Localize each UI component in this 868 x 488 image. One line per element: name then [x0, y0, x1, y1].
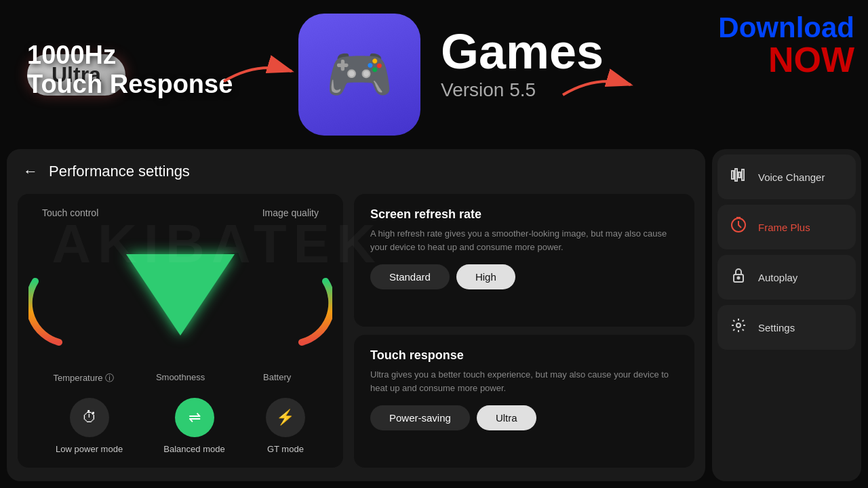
right-arc-dial — [271, 241, 332, 349]
gt-mode-button[interactable]: ⚡ GT mode — [266, 398, 305, 454]
svg-rect-5 — [742, 169, 744, 180]
svg-rect-2 — [732, 171, 734, 179]
download-label: Download — [718, 14, 854, 42]
back-button[interactable]: ← — [23, 163, 38, 180]
ultra-button[interactable]: Ultra — [477, 405, 536, 430]
screen-refresh-block: Screen refresh rate A high refresh rate … — [354, 194, 694, 327]
low-power-label: Low power mode — [56, 444, 123, 454]
perf-header: ← Performance settings — [7, 149, 705, 194]
screen-refresh-title: Screen refresh rate — [370, 207, 678, 222]
sidebar-item-settings[interactable]: Settings — [717, 305, 856, 350]
download-area: Download NOW — [718, 14, 854, 77]
gt-label: GT mode — [267, 444, 304, 454]
triangle-shape — [126, 254, 235, 336]
low-power-mode-button[interactable]: ⏱ Low power mode — [56, 398, 123, 454]
svg-rect-4 — [738, 172, 741, 178]
now-label: NOW — [718, 42, 854, 77]
perf-content: Touch control Image quality — [7, 194, 705, 479]
balanced-icon: ⇌ — [175, 398, 214, 437]
high-button[interactable]: High — [456, 264, 515, 289]
settings-area: Screen refresh rate A high refresh rate … — [354, 194, 694, 468]
gt-icon: ⚡ — [266, 398, 305, 437]
image-quality-label: Image quality — [262, 207, 319, 218]
frame-plus-icon — [728, 217, 749, 237]
balanced-label: Balanced mode — [163, 444, 224, 454]
touch-response-desc: Ultra gives you a better touch experienc… — [370, 368, 678, 394]
temperature-label: Temperature ⓘ — [35, 372, 132, 384]
balanced-mode-button[interactable]: ⇌ Balanced mode — [163, 398, 224, 454]
touch-response-area: 1000Hz Touch Response — [27, 41, 233, 99]
touch-response-options: Power-saving Ultra — [370, 405, 678, 430]
settings-icon — [728, 317, 749, 338]
top-banner: Ultra 1000Hz Touch Response 🎮 Games Vers… — [0, 0, 868, 149]
svg-point-9 — [736, 323, 741, 327]
svg-point-8 — [738, 277, 740, 279]
hz-text: 1000Hz — [27, 41, 233, 70]
right-sidebar: Voice Changer Frame Plus Autoplay — [712, 149, 861, 481]
autoplay-icon — [728, 267, 749, 287]
touch-response-block: Touch response Ultra gives you a better … — [354, 335, 694, 468]
perf-title: Performance settings — [49, 163, 190, 180]
perf-panel: ← Performance settings Touch control Ima… — [7, 149, 705, 481]
screen-refresh-options: Standard High — [370, 264, 678, 289]
left-arc-dial — [28, 241, 90, 349]
main-panel: ← Performance settings Touch control Ima… — [7, 149, 861, 481]
mode-buttons: ⏱ Low power mode ⇌ Balanced mode ⚡ GT mo… — [28, 398, 332, 454]
touch-control-label: Touch control — [42, 207, 98, 218]
voice-changer-label: Voice Changer — [758, 171, 825, 183]
screen-refresh-desc: A high refresh rate gives you a smoother… — [370, 227, 678, 253]
voice-changer-icon — [728, 167, 749, 187]
power-saving-button[interactable]: Power-saving — [370, 405, 470, 430]
settings-label: Settings — [758, 322, 795, 333]
smoothness-label: Smoothness — [132, 372, 229, 384]
touch-text: Touch Response — [27, 70, 233, 99]
dial-labels-top: Touch control Image quality — [28, 207, 332, 218]
sidebar-item-frame-plus[interactable]: Frame Plus — [717, 205, 856, 249]
low-power-icon: ⏱ — [70, 398, 109, 437]
frame-plus-label: Frame Plus — [758, 222, 810, 233]
dial-area: Touch control Image quality — [18, 194, 343, 468]
touch-response-title: Touch response — [370, 348, 678, 363]
game-icon: 🎮 — [298, 14, 420, 136]
controller-emoji: 🎮 — [326, 43, 393, 106]
arrow-right-icon — [556, 68, 637, 104]
sidebar-item-voice-changer[interactable]: Voice Changer — [717, 155, 856, 199]
battery-label: Battery — [229, 372, 326, 384]
svg-rect-3 — [735, 169, 737, 181]
center-triangle-dial — [96, 254, 264, 336]
standard-button[interactable]: Standard — [370, 264, 450, 289]
dial-visuals — [28, 225, 332, 364]
arrow-left-icon — [217, 54, 298, 91]
sidebar-item-autoplay[interactable]: Autoplay — [717, 255, 856, 300]
dial-labels-bottom: Temperature ⓘ Smoothness Battery — [28, 372, 332, 384]
autoplay-label: Autoplay — [758, 272, 797, 283]
